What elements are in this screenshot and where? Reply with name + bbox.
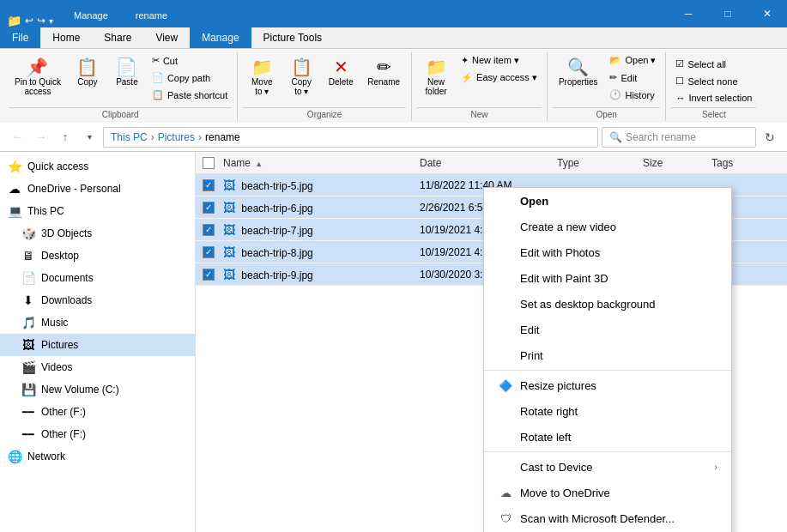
copy-to-icon: 📋 xyxy=(291,57,312,77)
sidebar-item-music[interactable]: 🎵 Music xyxy=(0,311,195,334)
sidebar-item-downloads[interactable]: ⬇ Downloads xyxy=(0,289,195,311)
minimize-btn[interactable]: ─ xyxy=(669,0,708,27)
header-checkbox[interactable] xyxy=(203,157,215,169)
edit-icon: ✏ xyxy=(609,72,617,83)
ctx-rotate-right[interactable]: Rotate right xyxy=(484,398,731,424)
ribbon-group-organize: 📁 Moveto ▾ 📋 Copyto ▾ ✕ Delete ✏ Rename … xyxy=(238,52,412,121)
select-none-button[interactable]: ☐ Select none xyxy=(671,73,756,89)
open-dropdown-button[interactable]: 📂 Open ▾ xyxy=(605,52,660,69)
move-to-button[interactable]: 📁 Moveto ▾ xyxy=(243,52,281,100)
sidebar-item-videos[interactable]: 🎬 Videos xyxy=(0,356,195,378)
dropdown-btn[interactable]: ▾ xyxy=(49,16,53,26)
col-header-name[interactable]: Name ▲ xyxy=(223,157,420,169)
col-header-date[interactable]: Date xyxy=(420,157,557,169)
properties-icon: 🔍 xyxy=(567,57,589,77)
title-bar: 📁 ↩ ↪ ▾ Manage rename ─ □ ✕ xyxy=(0,0,787,27)
tab-manage-ribbon[interactable]: Manage xyxy=(190,27,251,48)
undo-btn[interactable]: ↩ xyxy=(25,15,33,27)
history-button[interactable]: 🕐 History xyxy=(605,87,660,103)
copy-to-button[interactable]: 📋 Copyto ▾ xyxy=(282,52,320,100)
tab-file[interactable]: File xyxy=(0,27,40,48)
sidebar-item-documents[interactable]: 📄 Documents xyxy=(0,267,195,289)
row-checkbox-0[interactable]: ✓ xyxy=(203,179,215,191)
sidebar-item-network[interactable]: 🌐 Network xyxy=(0,445,195,468)
this-pc-icon: 💻 xyxy=(7,204,22,218)
close-btn[interactable]: ✕ xyxy=(748,0,787,27)
ctx-set-desktop[interactable]: Set as desktop background xyxy=(484,291,731,317)
ctx-edit-paint3d[interactable]: Edit with Paint 3D xyxy=(484,265,731,291)
ctx-onedrive[interactable]: ☁ Move to OneDrive xyxy=(484,480,731,505)
recent-locations-button[interactable]: ▾ xyxy=(79,127,100,148)
sidebar-item-this-pc[interactable]: 💻 This PC xyxy=(0,200,195,222)
pin-quick-access-button[interactable]: 📌 Pin to Quick access xyxy=(9,52,67,100)
sidebar-item-quick-access[interactable]: ⭐ Quick access xyxy=(0,155,195,178)
rename-button[interactable]: ✏ Rename xyxy=(361,52,406,91)
tab-share[interactable]: Share xyxy=(92,27,143,48)
delete-button[interactable]: ✕ Delete xyxy=(322,52,360,91)
back-button[interactable]: ← xyxy=(7,127,27,148)
new-folder-button[interactable]: 📁 Newfolder xyxy=(417,52,455,100)
easy-access-button[interactable]: ⚡ Easy access ▾ xyxy=(457,70,542,86)
search-box[interactable]: 🔍 Search rename xyxy=(602,127,756,148)
new-label: New xyxy=(417,107,542,121)
ctx-rotate-left[interactable]: Rotate left xyxy=(484,424,731,450)
ctx-edit-photos[interactable]: Edit with Photos xyxy=(484,239,731,265)
select-all-button[interactable]: ☑ Select all xyxy=(671,56,756,72)
ctx-cast[interactable]: Cast to Device › xyxy=(484,454,731,480)
maximize-btn[interactable]: □ xyxy=(708,0,748,27)
paste-button[interactable]: 📄 Paste xyxy=(108,52,146,91)
delete-icon: ✕ xyxy=(334,57,348,77)
history-icon: 🕐 xyxy=(609,89,621,100)
ctx-print[interactable]: Print xyxy=(484,342,731,368)
tab-view[interactable]: View xyxy=(143,27,190,48)
col-header-tags[interactable]: Tags xyxy=(711,157,780,169)
paste-shortcut-button[interactable]: 📋 Paste shortcut xyxy=(148,87,232,103)
easy-access-icon: ⚡ xyxy=(461,72,473,83)
address-bar: ← → ↑ ▾ This PC › Pictures › rename 🔍 Se… xyxy=(0,123,787,152)
select-items: ☑ Select all ☐ Select none ↔ Invert sele… xyxy=(671,52,756,106)
address-path[interactable]: This PC › Pictures › rename xyxy=(103,127,598,148)
refresh-button[interactable]: ↻ xyxy=(760,127,780,148)
tab-home[interactable]: Home xyxy=(40,27,92,48)
row-checkbox-4[interactable]: ✓ xyxy=(203,269,215,281)
ribbon-group-select: ☑ Select all ☐ Select none ↔ Invert sele… xyxy=(666,52,761,121)
row-checkbox-1[interactable]: ✓ xyxy=(203,202,215,214)
pictures-icon: 🖼 xyxy=(21,338,36,352)
sidebar-item-onedrive[interactable]: ☁ OneDrive - Personal xyxy=(0,178,195,200)
clipboard-label: Clipboard xyxy=(9,107,232,121)
cut-button[interactable]: ✂ Cut xyxy=(148,52,232,69)
forward-button[interactable]: → xyxy=(31,127,51,148)
sidebar-item-3d-objects[interactable]: 🎲 3D Objects xyxy=(0,222,195,245)
sidebar-item-other-f2[interactable]: ━━ Other (F:) xyxy=(0,423,195,445)
edit-button[interactable]: ✏ Edit xyxy=(605,70,660,86)
new-item-icon: ✦ xyxy=(461,55,469,66)
sidebar-item-volume-c[interactable]: 💾 New Volume (C:) xyxy=(0,378,195,401)
paste-icon: 📄 xyxy=(116,57,137,77)
sidebar-item-pictures[interactable]: 🖼 Pictures xyxy=(0,334,195,356)
col-header-size[interactable]: Size xyxy=(643,157,711,169)
new-item-button[interactable]: ✦ New item ▾ xyxy=(457,52,542,69)
open-icon: 📂 xyxy=(609,55,621,66)
redo-btn[interactable]: ↪ xyxy=(37,15,45,27)
col-header-type[interactable]: Type xyxy=(557,157,643,169)
ctx-open[interactable]: Open xyxy=(484,188,731,214)
ctx-resize[interactable]: 🔷 Resize pictures xyxy=(484,372,731,398)
ctx-edit[interactable]: Edit xyxy=(484,317,731,342)
invert-selection-button[interactable]: ↔ Invert selection xyxy=(671,90,756,106)
ctx-defender[interactable]: 🛡 Scan with Microsoft Defender... xyxy=(484,505,731,531)
sidebar-item-other-f1[interactable]: ━━ Other (F:) xyxy=(0,401,195,423)
copy-path-button[interactable]: 📄 Copy path xyxy=(148,70,232,86)
row-checkbox-2[interactable]: ✓ xyxy=(203,224,215,236)
sidebar-item-desktop[interactable]: 🖥 Desktop xyxy=(0,245,195,267)
sidebar: ⭐ Quick access ☁ OneDrive - Personal 💻 T… xyxy=(0,152,196,532)
up-button[interactable]: ↑ xyxy=(55,127,76,148)
search-placeholder: Search rename xyxy=(626,131,696,143)
tab-manage[interactable]: Manage xyxy=(60,3,122,27)
copy-button[interactable]: 📋 Copy xyxy=(69,52,106,91)
ribbon-group-new: 📁 Newfolder ✦ New item ▾ ⚡ Easy access ▾… xyxy=(412,52,548,121)
tab-picture-tools[interactable]: Picture Tools xyxy=(251,27,334,48)
ctx-create-video[interactable]: Create a new video xyxy=(484,214,731,239)
file-list-header: Name ▲ Date Type Size Tags xyxy=(196,152,787,174)
row-checkbox-3[interactable]: ✓ xyxy=(203,246,215,258)
properties-button[interactable]: 🔍 Properties xyxy=(553,52,604,91)
